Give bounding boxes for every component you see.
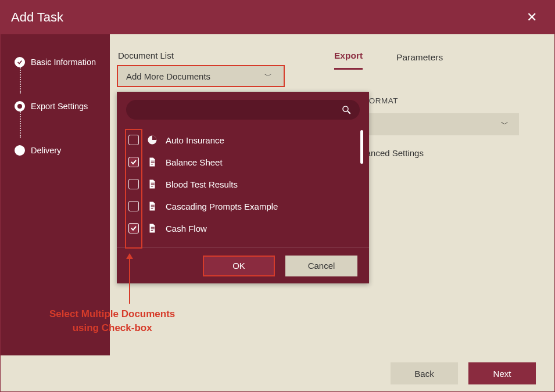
annotation-arrow	[129, 254, 130, 304]
item-label: Blood Test Results	[166, 179, 238, 189]
svg-rect-4	[151, 164, 153, 164]
svg-rect-8	[151, 205, 155, 206]
pie-chart-icon	[147, 135, 157, 145]
check-circle-icon	[15, 57, 25, 67]
step-basic-information[interactable]: Basic Information	[1, 55, 110, 69]
current-step-icon	[15, 101, 25, 112]
documents-dropdown-panel: Auto Insurance Balance Sheet Blood Test …	[117, 92, 369, 283]
item-label: Cash Flow	[166, 224, 207, 233]
list-item[interactable]: Cascading Prompts Example	[117, 195, 369, 217]
tab-parameters[interactable]: Parameters	[396, 52, 443, 70]
step-delivery[interactable]: Delivery	[1, 143, 110, 157]
scrollbar-thumb[interactable]	[360, 130, 363, 164]
dropdown-footer: OK Cancel	[117, 247, 369, 283]
tabs: Export Parameters	[307, 51, 533, 70]
svg-rect-2	[151, 161, 155, 161]
chevron-down-icon: ﹀	[501, 119, 509, 130]
checkbox[interactable]	[128, 201, 139, 211]
svg-rect-10	[151, 208, 153, 208]
dialog-title: Add Task	[11, 10, 63, 25]
svg-rect-13	[151, 230, 153, 231]
svg-rect-5	[151, 183, 155, 184]
list-item[interactable]: Blood Test Results	[117, 173, 369, 195]
step-export-settings[interactable]: Export Settings	[1, 99, 110, 113]
dropdown-label: Add More Documents	[126, 71, 210, 81]
list-item[interactable]: Balance Sheet	[117, 151, 369, 173]
svg-point-0	[343, 106, 348, 112]
item-label: Auto Insurance	[166, 135, 224, 145]
step-label: Export Settings	[31, 102, 88, 111]
svg-rect-11	[151, 227, 155, 228]
svg-rect-3	[151, 162, 155, 163]
cancel-button[interactable]: Cancel	[285, 256, 357, 276]
file-icon	[147, 201, 157, 211]
pending-step-icon	[15, 145, 25, 156]
svg-rect-9	[151, 206, 155, 207]
file-icon	[147, 179, 157, 189]
file-icon	[147, 157, 157, 167]
svg-rect-7	[151, 186, 153, 186]
next-button[interactable]: Next	[468, 362, 536, 384]
documents-list: Auto Insurance Balance Sheet Blood Test …	[117, 125, 369, 247]
item-label: Balance Sheet	[166, 157, 223, 167]
svg-line-1	[348, 111, 350, 114]
chevron-down-icon: ﹀	[264, 71, 272, 81]
checkbox[interactable]	[128, 179, 139, 189]
back-button[interactable]: Back	[391, 362, 458, 384]
checkbox[interactable]	[128, 135, 139, 145]
tab-export[interactable]: Export	[334, 51, 363, 70]
file-icon	[147, 223, 157, 233]
search-field[interactable]	[126, 100, 360, 120]
ok-button[interactable]: OK	[203, 256, 275, 276]
add-documents-dropdown[interactable]: Add More Documents ﹀	[117, 65, 285, 87]
checkbox[interactable]	[128, 223, 139, 233]
svg-rect-12	[151, 228, 155, 229]
list-item[interactable]: Auto Insurance	[117, 129, 369, 151]
titlebar: Add Task ✕	[1, 1, 554, 34]
item-label: Cascading Prompts Example	[166, 202, 278, 211]
list-item[interactable]: Cash Flow	[117, 217, 369, 239]
step-label: Delivery	[31, 146, 61, 155]
annotation-text: Select Multiple Documents using Check-bo…	[49, 307, 175, 335]
wizard-footer: Back Next	[1, 355, 554, 391]
close-icon[interactable]: ✕	[523, 6, 540, 28]
checkbox[interactable]	[128, 157, 139, 167]
search-icon	[341, 105, 352, 115]
search-input[interactable]	[134, 105, 341, 114]
add-task-dialog: Add Task ✕ Basic Information Export Sett…	[0, 0, 555, 392]
step-label: Basic Information	[31, 57, 96, 67]
svg-rect-6	[151, 184, 155, 185]
